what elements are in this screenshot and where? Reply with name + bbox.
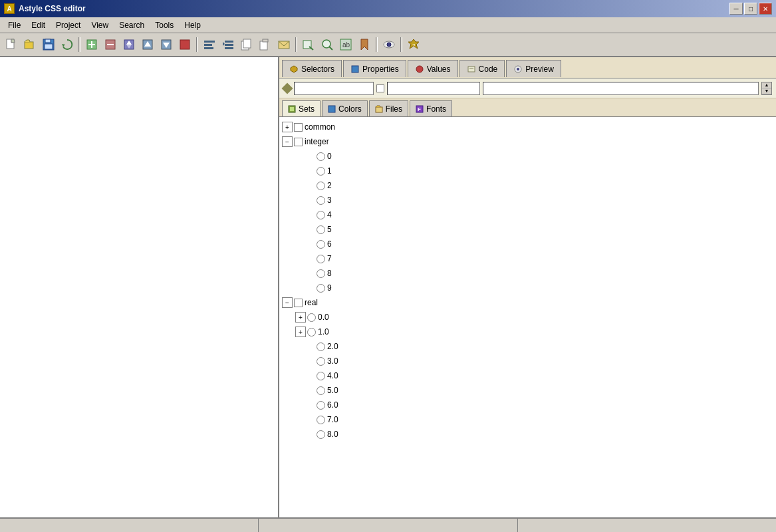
tree-node-real00[interactable]: + 0.0 [279,310,776,325]
tab-values[interactable]: Values [408,60,458,77]
tab-selectors[interactable]: Selectors [282,60,342,77]
separator-3 [295,37,297,52]
radio-int1[interactable] [317,167,325,176]
radio-real50[interactable] [317,386,325,395]
menu-project[interactable]: Project [51,19,86,31]
search-input2[interactable] [387,82,480,95]
radio-real10[interactable] [307,328,316,336]
tree-node-real70[interactable]: 7.0 [279,412,776,427]
tb-down[interactable] [158,36,175,53]
menu-search[interactable]: Search [114,19,150,31]
tree-node-real30[interactable]: 3.0 [279,354,776,368]
tb-add[interactable] [83,36,100,53]
tab-properties[interactable]: Properties [343,60,406,77]
menu-view[interactable]: View [86,19,114,31]
tree-node-common[interactable]: + common [279,120,776,134]
tb-open[interactable] [21,36,39,53]
app-icon: A [4,3,15,14]
tb-save[interactable] [40,36,57,53]
radio-real00[interactable] [307,313,316,322]
menu-file[interactable]: File [3,19,26,31]
minimize-button[interactable]: ─ [729,3,743,15]
expand-real10[interactable]: + [295,327,306,337]
tb-stop[interactable] [176,36,194,53]
tree-node-integer[interactable]: − integer [279,134,776,149]
tb-bookmark[interactable] [356,36,373,53]
tb-search2[interactable] [319,36,336,53]
radio-int7[interactable] [317,255,325,263]
tab-code[interactable]: Code [459,60,505,77]
subtab-fonts[interactable]: F Fonts [410,100,452,116]
spin-button[interactable]: ▲ ▼ [761,82,772,95]
svg-rect-51 [328,106,335,112]
radio-int8[interactable] [317,269,325,278]
radio-int9[interactable] [317,284,325,293]
radio-int6[interactable] [317,240,325,249]
expand-real[interactable]: − [282,297,293,308]
tree-node-int2[interactable]: 2 [279,178,776,193]
tb-remove[interactable] [102,36,119,53]
tb-align[interactable] [201,36,218,53]
radio-real80[interactable] [317,430,325,439]
tb-indent[interactable] [219,36,237,53]
tb-help[interactable]: ? [405,36,422,53]
tb-email[interactable] [275,36,293,53]
tb-copy[interactable] [238,36,255,53]
checkbox-integer[interactable] [294,138,303,146]
radio-int3[interactable] [317,196,325,205]
spin-up[interactable]: ▲ [762,82,771,88]
search-input[interactable] [294,82,374,95]
radio-real70[interactable] [317,416,325,424]
tb-view[interactable] [380,36,398,53]
radio-int5[interactable] [317,225,325,234]
radio-real60[interactable] [317,401,325,410]
tb-up[interactable] [139,36,156,53]
tree-node-real60[interactable]: 6.0 [279,398,776,412]
menu-tools[interactable]: Tools [150,19,179,31]
tree-node-real[interactable]: − real [279,295,776,310]
tree-node-int4[interactable]: 4 [279,207,776,222]
tb-find[interactable]: ab [337,36,354,53]
maximize-button[interactable]: □ [744,3,757,15]
tree-node-int3[interactable]: 3 [279,193,776,207]
subtab-colors[interactable]: Colors [322,100,368,116]
tb-new[interactable] [3,36,20,53]
tree-area[interactable]: + common − integer 0 1 [279,117,776,517]
radio-int2[interactable] [317,182,325,190]
radio-real40[interactable] [317,372,325,380]
tree-node-int1[interactable]: 1 [279,164,776,178]
expand-common[interactable]: + [282,122,293,132]
tree-node-int5[interactable]: 5 [279,222,776,237]
tree-node-real40[interactable]: 4.0 [279,368,776,383]
tree-node-real10[interactable]: + 1.0 [279,325,776,339]
tree-node-int8[interactable]: 8 [279,266,776,281]
checkbox-common[interactable] [294,123,303,132]
tree-node-int6[interactable]: 6 [279,237,776,251]
spin-down[interactable]: ▼ [762,88,771,94]
search-checkbox[interactable] [376,84,384,92]
tree-node-real80[interactable]: 8.0 [279,427,776,442]
search-input3[interactable] [483,82,759,95]
tree-node-int9[interactable]: 9 [279,281,776,295]
tree-node-int0[interactable]: 0 [279,149,776,164]
tab-preview[interactable]: Preview [506,60,561,77]
menu-edit[interactable]: Edit [26,19,51,31]
radio-int4[interactable] [317,211,325,219]
radio-int0[interactable] [317,152,325,161]
expand-real00[interactable]: + [295,312,306,323]
tb-move[interactable] [120,36,138,53]
radio-real30[interactable] [317,357,325,366]
tb-refresh[interactable] [59,36,76,53]
menu-help[interactable]: Help [179,19,206,31]
subtab-files[interactable]: Files [369,100,408,116]
radio-real20[interactable] [317,342,325,351]
tb-search1[interactable] [300,36,317,53]
checkbox-real[interactable] [294,299,303,307]
tree-node-real50[interactable]: 5.0 [279,383,776,398]
expand-integer[interactable]: − [282,136,293,147]
close-button[interactable]: ✕ [759,3,772,15]
tree-node-int7[interactable]: 7 [279,251,776,266]
subtab-sets[interactable]: Sets [282,100,321,116]
tb-paste[interactable] [257,36,274,53]
tree-node-real20[interactable]: 2.0 [279,339,776,354]
